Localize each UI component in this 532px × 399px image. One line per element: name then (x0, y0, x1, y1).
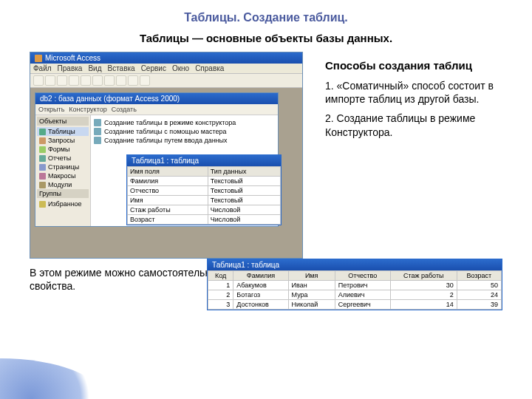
wizard-icon (94, 137, 101, 144)
datasheet-grid: Код Фамилия Имя Отчество Стаж работы Воз… (208, 270, 502, 310)
col-head: Код (208, 271, 233, 281)
list-item[interactable]: Создание таблицы с помощью мастера (94, 127, 275, 136)
db-toolbar-open[interactable]: Открыть (38, 106, 64, 113)
app-titlebar: Microsoft Access (30, 52, 302, 64)
table-row: 3 Достонков Николай Сергеевич 14 39 (208, 300, 502, 310)
menu-item[interactable]: Вставка (107, 64, 134, 72)
table-row: ИмяТекстовый (128, 196, 281, 205)
sidebar-item-pages[interactable]: Страницы (37, 163, 89, 171)
datasheet-title: Таблица1 : таблица (208, 259, 502, 270)
toolbar-button[interactable] (92, 75, 103, 86)
toolbar-button[interactable] (81, 75, 91, 86)
sidebar-item-queries[interactable]: Запросы (37, 136, 89, 145)
access-app-window: Microsoft Access Файл Правка Вид Вставка… (30, 52, 303, 259)
app-icon (35, 55, 42, 62)
table-row: ОтчествоТекстовый (128, 186, 281, 196)
point-1: 1. «Соматичный» способ состоит в импорте… (325, 79, 502, 106)
db-side-head-groups: Группы (37, 189, 89, 198)
table-row: ФамилияТекстовый (128, 177, 281, 186)
page-icon (39, 164, 46, 171)
app-title: Microsoft Access (45, 54, 100, 62)
menu-item[interactable]: Окно (172, 64, 189, 72)
list-item[interactable]: Создание таблицы в режиме конструктора (94, 118, 275, 127)
slide-accent (0, 358, 103, 399)
menu-item[interactable]: Вид (88, 64, 101, 72)
query-icon (39, 137, 46, 144)
col-fieldname: Имя поля (128, 167, 208, 177)
design-window-title: Таблица1 : таблица (127, 155, 281, 166)
mdi-area: db2 : база данных (формат Access 2000) О… (30, 88, 302, 258)
toolbar-button[interactable] (140, 75, 150, 86)
toolbar-button[interactable] (69, 75, 79, 86)
design-grid: Имя поляТип данных ФамилияТекстовый Отче… (127, 166, 281, 225)
toolbar (30, 74, 302, 88)
report-icon (39, 155, 46, 162)
db-side-head-objects: Объекты (37, 117, 89, 126)
db-toolbar-new[interactable]: Создать (112, 106, 137, 113)
toolbar-button[interactable] (116, 75, 126, 86)
col-head: Возраст (457, 271, 501, 281)
table-design-window: Таблица1 : таблица Имя поляТип данных Фа… (126, 154, 282, 225)
table-row: 2 Ботагоз Мура Алиевич 2 24 (208, 290, 502, 300)
db-toolbar: Открыть Конструктор Создать (35, 104, 278, 115)
module-icon (39, 182, 46, 188)
list-item[interactable]: Создание таблицы путем ввода данных (94, 136, 275, 145)
sidebar-item-modules[interactable]: Модули (37, 180, 89, 189)
section-title: Способы создания таблиц (325, 59, 502, 72)
page-subtitle: Таблицы — основные объекты базы данных. (30, 32, 502, 44)
sidebar-item-macros[interactable]: Макросы (37, 171, 89, 180)
point-2: 2. Создание таблицы в режиме Конструктор… (325, 112, 502, 138)
datasheet-window: Таблица1 : таблица Код Фамилия Имя Отчес… (207, 259, 502, 310)
wizard-icon (94, 128, 101, 135)
menu-item[interactable]: Сервис (141, 64, 166, 72)
macro-icon (39, 173, 46, 180)
col-head: Имя (288, 271, 335, 281)
col-head: Стаж работы (390, 271, 457, 281)
db-window-title: db2 : база данных (формат Access 2000) (35, 93, 278, 104)
db-toolbar-design[interactable]: Конструктор (69, 106, 106, 113)
table-icon (39, 129, 46, 135)
menu-item[interactable]: Справка (195, 64, 224, 72)
db-sidebar: Объекты Таблицы Запросы Формы Отчеты Стр… (35, 115, 91, 226)
col-head: Отчество (335, 271, 390, 281)
sidebar-item-tables[interactable]: Таблицы (37, 127, 89, 136)
menu-item[interactable]: Правка (58, 64, 83, 72)
table-row: Стаж работыЧисловой (128, 205, 281, 215)
menu-item[interactable]: Файл (33, 64, 52, 72)
toolbar-button[interactable] (104, 75, 115, 86)
col-datatype: Тип данных (208, 167, 280, 177)
form-icon (39, 146, 46, 153)
col-head: Фамилия (233, 271, 288, 281)
screenshot-area: Microsoft Access Файл Правка Вид Вставка… (30, 52, 310, 259)
sidebar-item-forms[interactable]: Формы (37, 145, 89, 154)
menubar: Файл Правка Вид Вставка Сервис Окно Спра… (30, 64, 302, 74)
text-column: Способы создания таблиц 1. «Соматичный» … (318, 52, 502, 259)
table-row: 1 Абакумов Иван Петрович 30 50 (208, 281, 502, 290)
toolbar-button[interactable] (45, 75, 55, 86)
sidebar-item-favorites[interactable]: Избранное (37, 200, 89, 208)
wizard-icon (94, 119, 101, 126)
toolbar-button[interactable] (33, 75, 44, 86)
page-title: Таблицы. Создание таблиц. (30, 11, 502, 24)
star-icon (39, 201, 46, 208)
toolbar-button[interactable] (128, 75, 138, 86)
table-row: ВозрастЧисловой (128, 215, 281, 225)
toolbar-button[interactable] (57, 75, 67, 86)
sidebar-item-reports[interactable]: Отчеты (37, 154, 89, 163)
